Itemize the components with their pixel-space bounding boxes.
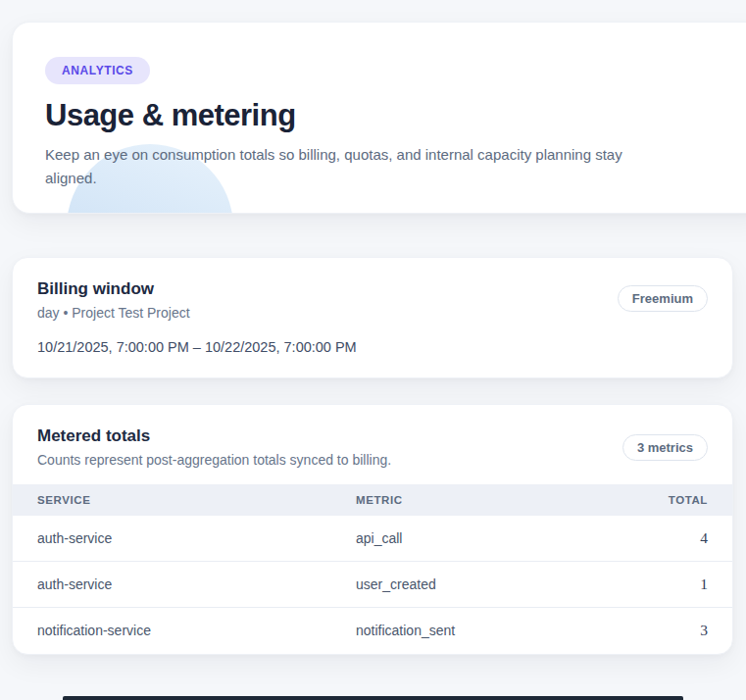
cell-service: auth-service — [13, 562, 331, 608]
table-header-row: SERVICE METRIC TOTAL — [13, 484, 732, 516]
cell-total: 1 — [576, 562, 732, 608]
cell-metric: notification_sent — [331, 608, 576, 654]
table-row: notification-service notification_sent 3 — [13, 608, 732, 654]
analytics-badge: ANALYTICS — [45, 57, 150, 84]
column-header-metric: METRIC — [331, 484, 576, 516]
page-title: Usage & metering — [45, 98, 746, 133]
table-row: auth-service user_created 1 — [13, 562, 732, 608]
cell-total: 4 — [576, 516, 732, 562]
metered-totals-subtitle: Counts represent post-aggregation totals… — [37, 452, 708, 468]
billing-window-card: Freemium Billing window day • Project Te… — [12, 257, 733, 378]
page-description: Keep an eye on consumption totals so bil… — [45, 143, 677, 190]
metered-totals-title: Metered totals — [37, 426, 708, 446]
page: ANALYTICS Usage & metering Keep an eye o… — [0, 0, 746, 700]
plan-badge: Freemium — [618, 285, 708, 312]
billing-date-range: 10/21/2025, 7:00:00 PM – 10/22/2025, 7:0… — [37, 339, 708, 355]
table-row: auth-service api_call 4 — [13, 516, 732, 562]
hero-card: ANALYTICS Usage & metering Keep an eye o… — [12, 22, 746, 214]
billing-window-subtitle: day • Project Test Project — [37, 305, 708, 321]
cell-metric: user_created — [331, 562, 576, 608]
hero-content: ANALYTICS Usage & metering Keep an eye o… — [13, 23, 746, 190]
metrics-count-badge: 3 metrics — [622, 434, 708, 461]
horizontal-scrollbar-thumb[interactable] — [63, 696, 683, 700]
metered-totals-table: SERVICE METRIC TOTAL auth-service api_ca… — [13, 484, 732, 653]
column-header-total: TOTAL — [576, 484, 732, 516]
column-header-service: SERVICE — [13, 484, 331, 516]
cell-metric: api_call — [331, 516, 576, 562]
cell-service: auth-service — [13, 516, 331, 562]
billing-window-title: Billing window — [37, 279, 708, 299]
metered-totals-card: 3 metrics Metered totals Counts represen… — [12, 404, 733, 655]
cell-total: 3 — [576, 608, 732, 654]
cell-service: notification-service — [13, 608, 331, 654]
